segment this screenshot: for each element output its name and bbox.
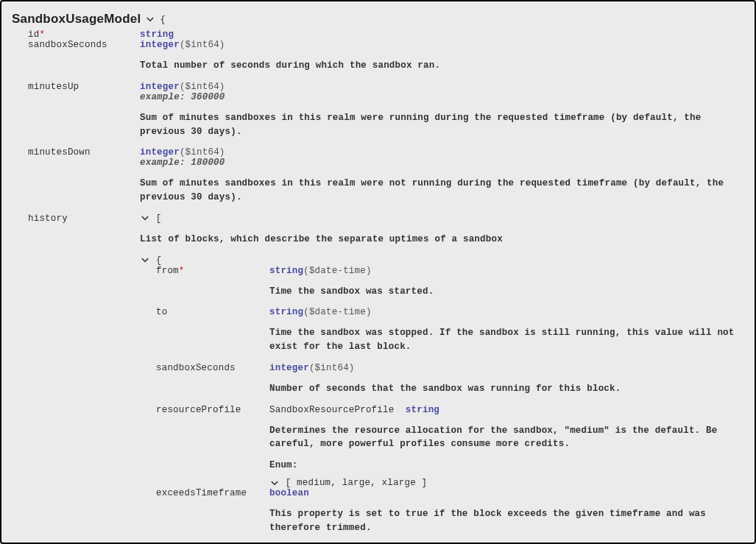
property-type: string <box>140 29 174 40</box>
nested-property-row: resourceProfile SandboxResourceProfile s… <box>156 405 744 489</box>
property-example: example: 360000 <box>140 92 744 102</box>
property-key: to <box>156 307 167 317</box>
property-description: Sum of minutes sandboxes in this realm w… <box>140 177 744 205</box>
property-type: string <box>269 307 303 317</box>
property-format: ($int64) <box>180 82 225 92</box>
property-key: from <box>156 266 179 276</box>
chevron-down-icon <box>141 213 149 222</box>
property-row: history [ List of blocks, which describe… <box>28 213 744 544</box>
chevron-down-icon <box>270 478 279 487</box>
enum-values: [ medium, large, xlarge ] <box>286 478 428 488</box>
property-description: Determines the resource allocation for t… <box>269 424 744 452</box>
property-key: resourceProfile <box>156 405 241 415</box>
property-type: boolean <box>269 488 309 498</box>
property-row: minutesDown integer($int64) example: 180… <box>28 147 744 213</box>
property-key: exceedsTimeframe <box>156 488 247 498</box>
property-description: Time the sandbox was started. <box>269 285 744 299</box>
brace-open: { <box>156 255 162 266</box>
required-marker: * <box>39 29 45 40</box>
property-row: minutesUp integer($int64) example: 36000… <box>28 82 744 148</box>
nested-property-row: exceedsTimeframe boolean This property i… <box>156 488 744 544</box>
collapse-toggle-array[interactable] <box>140 213 150 224</box>
bracket-open: [ <box>156 213 162 224</box>
property-type: string <box>269 266 303 276</box>
property-row: sandboxSeconds integer($int64) Total num… <box>28 40 744 82</box>
property-example: example: 180000 <box>140 158 744 168</box>
property-type: integer <box>269 363 309 373</box>
chevron-down-icon <box>146 15 155 24</box>
property-key: id <box>28 29 39 40</box>
property-key: history <box>28 213 68 224</box>
property-format: ($int64) <box>180 40 225 50</box>
property-description: Number of seconds that the sandbox was r… <box>269 382 744 396</box>
brace-open: { <box>160 14 166 25</box>
property-key: sandboxSeconds <box>156 363 236 373</box>
property-format: ($int64) <box>309 363 355 373</box>
nested-property-row: sandboxSeconds integer($int64) Number of… <box>156 363 744 405</box>
nested-property-row: to string($date-time) Time the sandbox w… <box>156 307 744 363</box>
property-format: ($date-time) <box>303 266 371 276</box>
property-description: Time the sandbox was stopped. If the san… <box>269 326 744 354</box>
property-format: ($int64) <box>180 147 225 158</box>
property-key: minutesDown <box>28 147 91 158</box>
schema-panel: SandboxUsageModel { id* string sandboxSe… <box>0 0 756 544</box>
chevron-down-icon <box>141 255 149 264</box>
property-description: Sum of minutes sandboxes in this realm w… <box>140 111 744 139</box>
collapse-toggle-item[interactable] <box>140 255 150 266</box>
property-description: This property is set to true if the bloc… <box>269 507 744 535</box>
property-type: integer <box>140 147 180 158</box>
required-marker: * <box>179 266 185 276</box>
model-name: SandboxUsageModel <box>12 12 141 27</box>
collapse-toggle-model[interactable] <box>145 14 155 24</box>
property-type: integer <box>140 40 180 50</box>
enum-label: Enum: <box>269 460 744 470</box>
array-description: List of blocks, which describe the separ… <box>140 233 744 247</box>
property-description: Total number of seconds during which the… <box>140 59 744 73</box>
collapse-toggle-enum[interactable] <box>269 478 280 488</box>
property-key: minutesUp <box>28 82 79 92</box>
property-key: sandboxSeconds <box>28 40 107 50</box>
nested-property-row: from* string($date-time) Time the sandbo… <box>156 266 744 308</box>
property-type: string <box>406 405 439 415</box>
property-type: integer <box>140 82 180 92</box>
property-row: id* string <box>28 29 744 40</box>
property-format: ($date-time) <box>303 307 371 317</box>
property-ref: SandboxResourceProfile <box>269 405 394 415</box>
